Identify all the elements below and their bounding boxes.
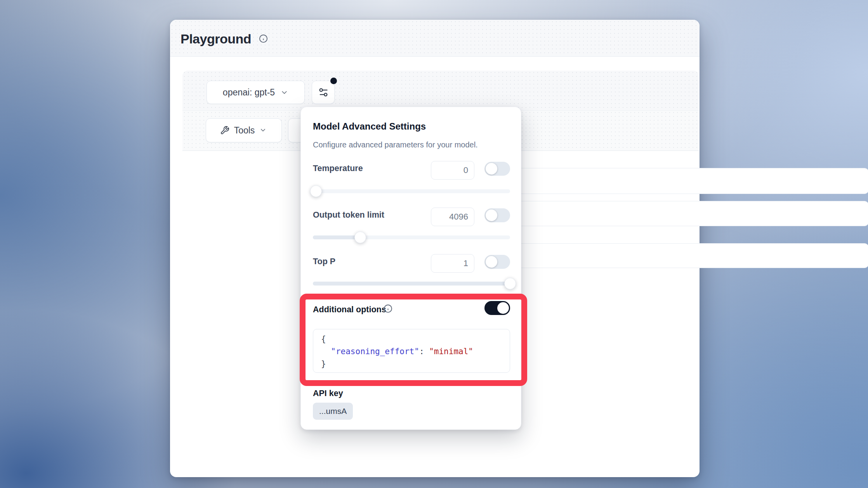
code-indent xyxy=(321,347,331,356)
slider-thumb[interactable] xyxy=(310,185,322,197)
code-colon: : xyxy=(419,347,429,356)
tools-label: Tools xyxy=(234,125,255,136)
temperature-input[interactable]: 0 xyxy=(431,161,474,180)
additional-options-label: Additional options xyxy=(313,305,386,315)
code-key: "reasoning_effort" xyxy=(331,347,419,356)
code-open-brace: { xyxy=(321,334,326,344)
additional-options-toggle[interactable] xyxy=(484,301,510,315)
model-selector-label: openai: gpt-5 xyxy=(223,87,275,98)
code-close-brace: } xyxy=(321,359,326,369)
output-token-limit-toggle[interactable] xyxy=(484,208,510,222)
model-bar: openai: gpt-5 xyxy=(182,71,699,111)
app-header: Playground xyxy=(170,20,700,57)
popover-subtitle: Configure advanced parameters for your m… xyxy=(313,140,478,149)
model-advanced-settings-popover: Model Advanced Settings Configure advanc… xyxy=(300,107,521,430)
temperature-label: Temperature xyxy=(313,164,363,173)
sliders-icon xyxy=(318,87,329,98)
page-title: Playground xyxy=(181,31,251,47)
code-value: "minimal" xyxy=(429,347,473,356)
api-key-badge[interactable]: ...umsA xyxy=(313,403,353,420)
toggle-knob xyxy=(486,209,497,221)
top-p-label: Top P xyxy=(313,257,335,266)
top-p-toggle[interactable] xyxy=(484,255,510,269)
info-icon[interactable] xyxy=(259,34,268,43)
top-p-slider[interactable] xyxy=(313,282,510,286)
additional-options-json-editor[interactable]: { "reasoning_effort": "minimal" } xyxy=(313,329,510,373)
popover-title: Model Advanced Settings xyxy=(313,121,426,132)
api-key-label: API key xyxy=(313,389,343,398)
temperature-toggle[interactable] xyxy=(484,162,510,176)
info-icon[interactable] xyxy=(384,304,392,313)
toggle-knob xyxy=(486,163,497,175)
output-token-limit-input[interactable]: 4096 xyxy=(431,208,474,226)
chevron-down-icon xyxy=(280,88,288,97)
model-selector[interactable]: openai: gpt-5 xyxy=(207,81,305,104)
output-token-limit-slider[interactable] xyxy=(313,235,510,239)
model-settings-button[interactable] xyxy=(312,81,335,104)
slider-thumb[interactable] xyxy=(504,278,516,289)
output-token-limit-label: Output token limit xyxy=(313,210,384,220)
settings-notification-dot xyxy=(330,78,337,84)
slider-thumb[interactable] xyxy=(354,232,366,243)
top-p-input[interactable]: 1 xyxy=(431,254,474,273)
toggle-knob xyxy=(486,256,497,268)
temperature-slider[interactable] xyxy=(313,189,510,193)
wrench-icon xyxy=(220,126,229,135)
tools-dropdown[interactable]: Tools xyxy=(206,118,282,142)
chevron-down-icon xyxy=(259,126,267,135)
toggle-knob xyxy=(497,302,509,314)
